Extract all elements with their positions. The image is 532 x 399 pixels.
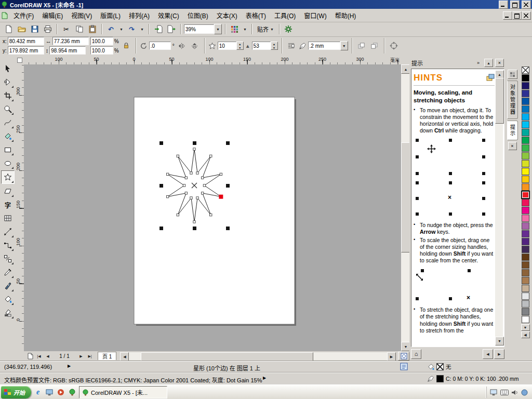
outline-width-input[interactable] bbox=[308, 42, 340, 50]
mirror-vertical-button[interactable] bbox=[189, 40, 201, 51]
navigator-button[interactable] bbox=[398, 352, 409, 361]
basic-shapes-tool[interactable] bbox=[2, 185, 14, 197]
palette-swatch[interactable] bbox=[522, 254, 529, 261]
palette-swatch[interactable] bbox=[522, 152, 529, 159]
horizontal-scrollbar[interactable]: ◀ ▶ bbox=[120, 352, 396, 360]
connector-tool[interactable] bbox=[2, 239, 14, 251]
undo-dropdown[interactable]: ▼ bbox=[118, 24, 125, 34]
last-page-button[interactable]: ▶| bbox=[86, 352, 94, 360]
launcher-dropdown[interactable]: ▼ bbox=[242, 24, 248, 34]
application-launcher-button[interactable] bbox=[229, 23, 241, 35]
vertical-ruler[interactable]: 300250200150100500 bbox=[16, 64, 24, 351]
menu-item-4[interactable]: 排列(A) bbox=[125, 9, 154, 22]
menu-item-9[interactable]: 工具(O) bbox=[270, 9, 300, 22]
interactive-fill-tool[interactable] bbox=[2, 307, 14, 319]
docker-tab-object-manager[interactable]: 对象管理器 bbox=[507, 81, 518, 119]
minimize-button[interactable] bbox=[499, 1, 508, 9]
palette-swatch[interactable] bbox=[522, 222, 529, 230]
vertical-scrollbar[interactable]: ▲ ▼ bbox=[401, 64, 409, 351]
print-button[interactable] bbox=[42, 23, 54, 35]
scale-lock-button[interactable] bbox=[121, 40, 132, 51]
start-button[interactable]: 开始 bbox=[1, 386, 31, 398]
palette-swatch[interactable] bbox=[522, 191, 529, 198]
palette-expand[interactable]: ◀ bbox=[521, 331, 530, 338]
center-target-button[interactable] bbox=[388, 40, 400, 51]
outline-indicator[interactable]: C: 0 M: 0 Y: 0 K: 100 .200 mm bbox=[427, 375, 518, 382]
palette-swatch[interactable] bbox=[522, 74, 529, 82]
palette-swatch[interactable] bbox=[522, 230, 529, 237]
profile-flyout[interactable]: ▶ bbox=[263, 376, 266, 380]
menu-item-3[interactable]: 版面(L) bbox=[96, 9, 125, 22]
palette-swatch[interactable] bbox=[522, 113, 529, 121]
paste-button[interactable] bbox=[86, 23, 98, 35]
fill-tool[interactable] bbox=[2, 293, 14, 305]
palette-swatch[interactable] bbox=[522, 300, 529, 308]
undo-button[interactable]: ↶ bbox=[105, 23, 117, 35]
blend-tool[interactable] bbox=[2, 252, 14, 265]
menu-item-11[interactable]: 帮助(H) bbox=[331, 9, 361, 22]
zoom-level-input[interactable] bbox=[184, 24, 214, 34]
table-tool[interactable] bbox=[2, 212, 14, 224]
redo-button[interactable]: ↷ bbox=[126, 23, 138, 35]
options-button[interactable] bbox=[283, 23, 295, 35]
page-tab[interactable]: 页 1 bbox=[98, 352, 116, 360]
tray-volume-icon[interactable] bbox=[511, 389, 518, 396]
quick-launch-desktop-icon[interactable] bbox=[45, 388, 54, 397]
copy-button[interactable] bbox=[73, 23, 85, 35]
menu-item-8[interactable]: 表格(T) bbox=[242, 9, 270, 22]
snap-to-dropdown[interactable]: 贴齐 ▼ bbox=[255, 24, 276, 34]
eyedropper-tool[interactable] bbox=[2, 266, 14, 278]
close-button[interactable] bbox=[522, 1, 531, 9]
save-button[interactable] bbox=[29, 23, 41, 35]
tray-status-icon[interactable] bbox=[521, 389, 528, 396]
palette-swatch[interactable] bbox=[522, 207, 529, 214]
doc-restore-button[interactable] bbox=[512, 11, 522, 20]
palette-swatch[interactable] bbox=[522, 176, 529, 183]
scroll-right-button[interactable]: ▶ bbox=[387, 352, 396, 361]
palette-swatch[interactable] bbox=[522, 215, 529, 222]
next-page-button[interactable]: ▶ bbox=[77, 352, 85, 360]
palette-swatch[interactable] bbox=[522, 292, 529, 300]
sharpness-spin-down[interactable]: ▼ bbox=[271, 46, 277, 49]
new-document-button[interactable] bbox=[3, 23, 15, 35]
menu-item-5[interactable]: 效果(C) bbox=[154, 9, 183, 22]
scale-h-input[interactable] bbox=[90, 37, 113, 45]
sharpness-input[interactable] bbox=[252, 42, 271, 50]
menu-item-10[interactable]: 窗口(W) bbox=[300, 9, 330, 22]
shape-tool[interactable] bbox=[2, 76, 14, 88]
horizontal-scroll-thumb[interactable] bbox=[141, 352, 313, 361]
menu-item-6[interactable]: 位图(B) bbox=[183, 9, 212, 22]
star-points-input[interactable] bbox=[218, 42, 236, 50]
open-button[interactable] bbox=[16, 23, 28, 35]
hints-home-button[interactable]: ⌂ bbox=[411, 349, 421, 359]
to-front-button[interactable] bbox=[356, 40, 367, 51]
scale-v-input[interactable] bbox=[90, 46, 113, 55]
docker-grip[interactable] bbox=[508, 70, 517, 79]
docker-close-button[interactable]: × bbox=[495, 59, 504, 67]
palette-swatch[interactable] bbox=[522, 98, 529, 105]
zoom-tool[interactable] bbox=[2, 103, 14, 115]
export-button[interactable] bbox=[165, 23, 177, 35]
hints-scroll-down[interactable]: ▼ bbox=[495, 337, 504, 345]
object-width-input[interactable] bbox=[52, 37, 89, 45]
palette-swatch[interactable] bbox=[522, 261, 529, 269]
taskbar-window-button[interactable]: CorelDRAW X5 - [未... bbox=[79, 386, 167, 398]
rectangle-tool[interactable] bbox=[2, 143, 14, 156]
palette-swatch[interactable] bbox=[522, 137, 529, 144]
fill-indicator[interactable]: 无 bbox=[427, 363, 451, 370]
palette-swatch[interactable] bbox=[522, 144, 529, 152]
palette-swatch[interactable] bbox=[522, 90, 529, 97]
rotation-angle-input[interactable] bbox=[149, 42, 171, 50]
docker-strip-close[interactable]: × bbox=[508, 142, 517, 150]
text-tool[interactable]: 字 bbox=[2, 198, 14, 211]
quick-launch-media-icon[interactable] bbox=[56, 388, 65, 397]
palette-swatch[interactable] bbox=[522, 183, 529, 191]
palette-swatch[interactable] bbox=[522, 121, 529, 128]
sharpness-spin-up[interactable]: ▲ bbox=[271, 42, 277, 46]
hints-scroll-thumb[interactable] bbox=[495, 78, 504, 124]
palette-swatch[interactable] bbox=[522, 105, 529, 113]
quick-launch-ie-icon[interactable]: e bbox=[33, 388, 43, 397]
object-x-input[interactable] bbox=[8, 37, 44, 45]
pick-tool[interactable] bbox=[2, 62, 14, 75]
ellipse-tool[interactable] bbox=[2, 157, 14, 169]
